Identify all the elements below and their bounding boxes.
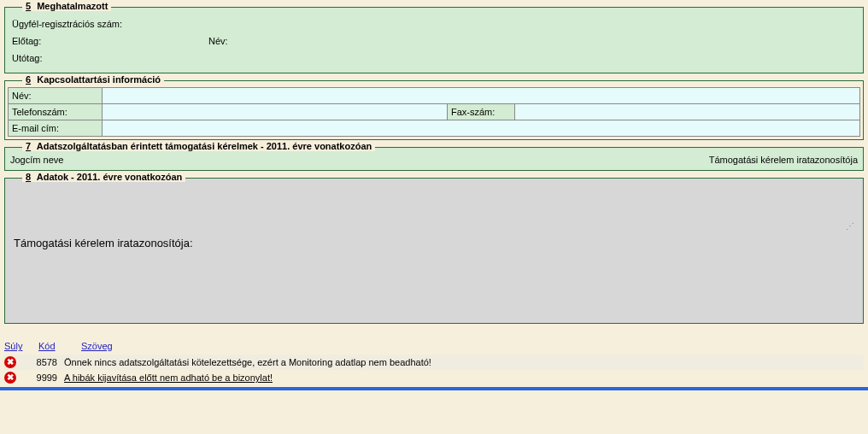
label-nev: Név:	[207, 33, 230, 49]
error-row: ✖ 8578 Önnek nincs adatszolgáltatási köt…	[4, 355, 864, 370]
bottom-bar	[0, 387, 868, 390]
input-contact-email[interactable]	[103, 120, 859, 136]
col-szoveg[interactable]: Szöveg	[81, 341, 113, 351]
col-suly[interactable]: Súly	[4, 341, 30, 351]
error-text: A hibák kijavítása előtt nem adható be a…	[64, 372, 864, 383]
section-7-legend: 7 Adatszolgáltatásban érintett támogatás…	[22, 141, 375, 151]
section-6-num: 6	[26, 74, 31, 85]
section-5-legend: 5 Meghatalmazott	[22, 1, 111, 11]
label-elotag: Előtag:	[10, 33, 207, 49]
label-regszam: Ügyfél-regisztrációs szám:	[10, 16, 124, 32]
label-contact-fax: Fax-szám:	[447, 104, 515, 120]
error-code: 8578	[23, 357, 57, 367]
col-kod[interactable]: Kód	[38, 341, 73, 351]
error-row: ✖ 9999 A hibák kijavítása előtt nem adha…	[4, 370, 864, 385]
error-icon: ✖	[4, 372, 16, 384]
error-icon: ✖	[4, 356, 16, 368]
section-8-adatok: 8 Adatok - 2011. évre vonatkozóan ⋰ Támo…	[4, 178, 864, 324]
section-6-legend: 6 Kapcsolattartási információ	[22, 74, 164, 85]
section-5-num: 5	[26, 1, 31, 11]
section-8-body: Támogatási kérelem iratazonosítója:	[10, 185, 858, 318]
section-8-legend: 8 Adatok - 2011. évre vonatkozóan	[22, 172, 185, 182]
label-contact-nev: Név:	[9, 88, 103, 103]
label-contact-telefon: Telefonszám:	[9, 104, 103, 120]
section-8-title: Adatok - 2011. évre vonatkozóan	[37, 172, 183, 182]
col-iratazonosito: Támogatási kérelem iratazonosítója	[709, 155, 858, 165]
error-header: Súly Kód Szöveg	[4, 341, 864, 351]
section-5-meghatalmazott: 5 Meghatalmazott Ügyfél-regisztrációs sz…	[4, 7, 864, 73]
section-8-num: 8	[26, 172, 31, 182]
resize-grip-icon[interactable]: ⋰	[846, 221, 854, 231]
error-text: Önnek nincs adatszolgáltatási kötelezett…	[64, 357, 864, 367]
section-5-title: Meghatalmazott	[37, 1, 108, 11]
error-code: 9999	[23, 372, 57, 383]
label-contact-email: E-mail cím:	[9, 120, 103, 136]
input-contact-nev[interactable]	[103, 88, 859, 103]
input-contact-telefon[interactable]	[103, 104, 447, 120]
section-7-num: 7	[26, 141, 31, 151]
error-area: Súly Kód Szöveg ✖ 8578 Önnek nincs adats…	[4, 341, 864, 385]
col-jogcim-neve: Jogcím neve	[10, 155, 63, 165]
section-6-kapcsolat: 6 Kapcsolattartási információ Név: Telef…	[4, 80, 864, 140]
section-7-title: Adatszolgáltatásban érintett támogatási …	[37, 141, 372, 151]
section-6-title: Kapcsolattartási információ	[37, 74, 161, 85]
section-7-kerelmek: 7 Adatszolgáltatásban érintett támogatás…	[4, 147, 864, 171]
label-utotag: Utótag:	[10, 50, 44, 66]
input-contact-fax[interactable]	[515, 104, 859, 120]
